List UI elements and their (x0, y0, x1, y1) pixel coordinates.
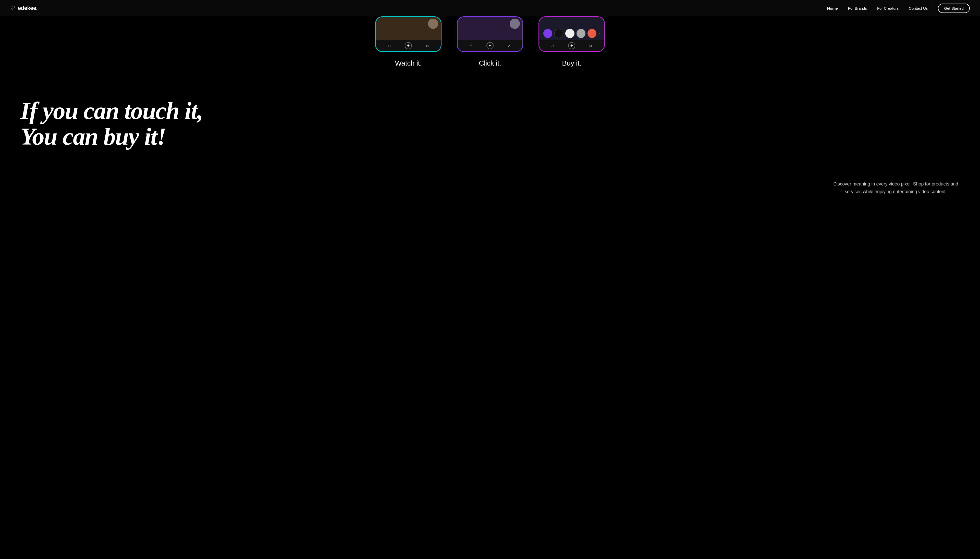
swatch-white (565, 29, 574, 38)
screen-overlay-1 (428, 19, 438, 29)
phone-label-1: Watch it. (395, 59, 422, 67)
home-icon-2: ⌂ (470, 43, 472, 48)
navbar: ♡ edekee. Home For Brands For Creators C… (0, 0, 980, 17)
swatch-black (554, 29, 563, 38)
swatch-more-indicator: › (598, 31, 600, 36)
description-section: Discover meaning in every video pixel. S… (0, 160, 980, 216)
nav-contact-us[interactable]: Contact Us (909, 6, 928, 10)
swatch-purple (543, 29, 552, 38)
tagline-heading: If you can touch it, You can buy it! (20, 98, 230, 149)
phone-nav-2: ⌂ + ⌀ (458, 40, 522, 51)
heart-icon: ♡ (10, 5, 15, 12)
color-swatches: › (543, 29, 600, 38)
nav-for-creators[interactable]: For Creators (877, 6, 899, 10)
nav-links: Home For Brands For Creators Contact Us … (827, 3, 970, 13)
brand-logo[interactable]: ♡ edekee. (10, 5, 38, 12)
swatch-coral (588, 29, 596, 38)
brand-name: edekee. (18, 5, 38, 12)
plus-icon-1: + (405, 42, 412, 49)
user-icon-2: ⌀ (508, 43, 510, 48)
tagline-line2: You can buy it! (20, 123, 166, 150)
user-icon-3: ⌀ (589, 43, 592, 48)
plus-icon-3: + (568, 42, 575, 49)
screen-overlay-2 (510, 19, 520, 29)
phone-watch: ⌂ + ⌀ Watch it. (375, 17, 442, 67)
phone-mockup-1: ⌂ + ⌀ (375, 17, 442, 52)
phone-nav-3: ⌂ + ⌀ (539, 40, 604, 51)
tagline-line1: If you can touch it, (20, 97, 203, 124)
phone-label-2: Click it. (479, 59, 501, 67)
home-icon-3: ⌂ (551, 43, 554, 48)
nav-for-brands[interactable]: For Brands (848, 6, 867, 10)
phone-mockup-2: ⌂ + ⌀ (457, 17, 523, 52)
home-icon-1: ⌂ (388, 43, 391, 48)
description-text: Discover meaning in every video pixel. S… (832, 180, 960, 196)
nav-home[interactable]: Home (827, 6, 838, 10)
phone-nav-1: ⌂ + ⌀ (376, 40, 441, 51)
phone-click: ⌂ + ⌀ Click it. (457, 17, 523, 67)
tagline-section: If you can touch it, You can buy it! (0, 78, 980, 160)
user-icon-1: ⌀ (426, 43, 429, 48)
get-started-button[interactable]: Get Started (938, 3, 970, 13)
phone-label-3: Buy it. (562, 59, 581, 67)
plus-icon-2: + (487, 42, 493, 49)
swatch-gray (576, 29, 586, 38)
phone-buy: › ⌂ + ⌀ Buy it. (538, 17, 605, 67)
phone-mockup-3: › ⌂ + ⌀ (538, 17, 605, 52)
